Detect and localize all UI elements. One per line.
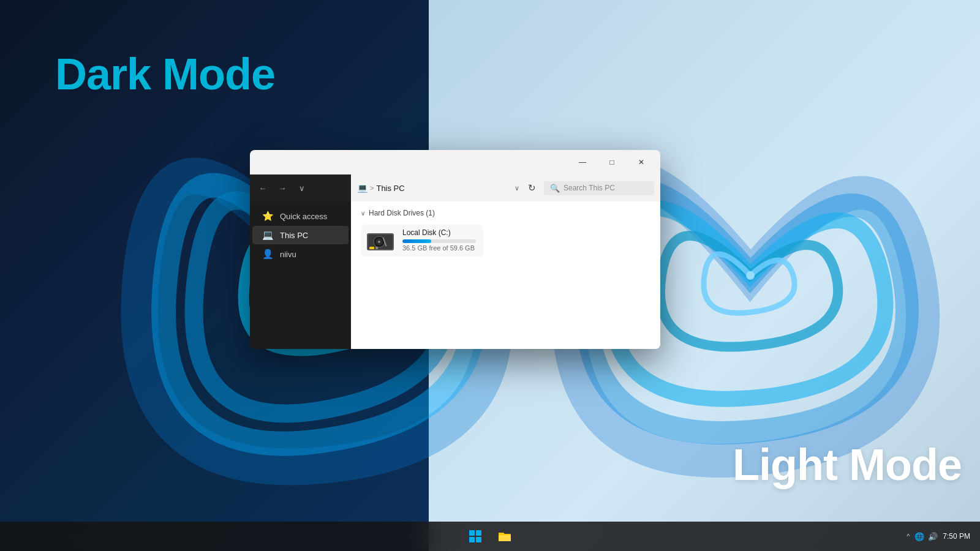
file-explorer-taskbar-button[interactable] xyxy=(491,523,518,550)
drive-icon xyxy=(366,228,395,253)
sidebar-item-this-pc[interactable]: 💻 This PC xyxy=(252,226,349,244)
dark-mode-label: Dark Mode xyxy=(55,49,275,99)
section-header: ∨ Hard Disk Drives (1) xyxy=(361,209,650,217)
dropdown-button[interactable]: ∨ xyxy=(293,179,311,197)
search-icon: 🔍 xyxy=(550,184,560,193)
file-explorer-window: — □ ✕ ← → ∨ 💻 > This PC ∨ ↻ 🔍 Search T xyxy=(250,150,660,349)
dropdown-arrow[interactable]: ∨ xyxy=(514,184,519,192)
taskbar-right: ^ 🌐 🔊 7:50 PM xyxy=(907,532,970,541)
back-button[interactable]: ← xyxy=(254,179,272,197)
windows-logo xyxy=(469,530,481,542)
nav-bar-right: 💻 > This PC ∨ ↻ 🔍 Search This PC xyxy=(351,174,660,201)
win-logo-sq-1 xyxy=(469,530,475,536)
taskbar-chevron[interactable]: ^ xyxy=(907,533,910,540)
win-logo-sq-4 xyxy=(476,537,481,542)
minimize-button[interactable]: — xyxy=(568,152,597,172)
maximize-button[interactable]: □ xyxy=(598,152,626,172)
title-bar: — □ ✕ xyxy=(250,150,660,174)
drive-info: Local Disk (C:) 36.5 GB free of 59.6 GB xyxy=(402,228,478,252)
taskbar-system-icons: 🌐 🔊 xyxy=(914,532,938,541)
nav-bar: ← → ∨ 💻 > This PC ∨ ↻ 🔍 Search This PC xyxy=(250,174,660,201)
sidebar-label-quick-access: Quick access xyxy=(280,212,327,221)
win-logo-sq-3 xyxy=(469,537,475,542)
sidebar-item-niivu[interactable]: 👤 niivu xyxy=(252,245,349,263)
start-button[interactable] xyxy=(462,523,489,550)
breadcrumb-location: This PC xyxy=(376,184,404,193)
svg-point-1 xyxy=(746,271,755,280)
drive-progress-fill xyxy=(402,239,431,243)
svg-rect-9 xyxy=(375,247,378,249)
network-icon[interactable]: 🌐 xyxy=(914,532,924,541)
svg-point-6 xyxy=(378,241,380,243)
search-placeholder-text: Search This PC xyxy=(564,184,615,192)
content-area: ⭐ Quick access 💻 This PC 👤 niivu ∨ Hard … xyxy=(250,201,660,349)
user-icon: 👤 xyxy=(262,249,274,260)
folder-taskbar-icon xyxy=(498,530,511,542)
close-button[interactable]: ✕ xyxy=(627,152,655,172)
drive-progress-bar xyxy=(402,239,476,243)
forward-button[interactable]: → xyxy=(273,179,292,197)
taskbar: ^ 🌐 🔊 7:50 PM xyxy=(0,522,980,551)
sidebar-label-this-pc: This PC xyxy=(280,231,308,240)
drive-name: Local Disk (C:) xyxy=(402,228,478,237)
refresh-button[interactable]: ↻ xyxy=(523,179,540,197)
section-chevron: ∨ xyxy=(361,210,365,217)
breadcrumb-separator: > xyxy=(370,184,374,192)
taskbar-time: 7:50 PM xyxy=(943,532,970,541)
computer-icon: 💻 xyxy=(262,230,274,241)
volume-icon[interactable]: 🔊 xyxy=(928,532,938,541)
search-box[interactable]: 🔍 Search This PC xyxy=(544,181,654,195)
taskbar-center xyxy=(462,523,518,550)
sidebar: ⭐ Quick access 💻 This PC 👤 niivu xyxy=(250,201,351,349)
drive-item-c[interactable]: Local Disk (C:) 36.5 GB free of 59.6 GB xyxy=(361,225,483,257)
svg-rect-8 xyxy=(369,247,374,249)
drive-space: 36.5 GB free of 59.6 GB xyxy=(402,244,478,252)
star-icon: ⭐ xyxy=(262,211,274,222)
light-mode-label: Light Mode xyxy=(733,440,962,490)
section-title: Hard Disk Drives (1) xyxy=(369,209,435,217)
breadcrumb-computer-icon: 💻 xyxy=(357,183,368,193)
main-panel: ∨ Hard Disk Drives (1) xyxy=(351,201,660,349)
window-controls: — □ ✕ xyxy=(568,152,655,172)
breadcrumb: 💻 > This PC xyxy=(357,183,405,193)
sidebar-item-quick-access[interactable]: ⭐ Quick access xyxy=(252,207,349,225)
sidebar-label-niivu: niivu xyxy=(280,250,296,259)
nav-bar-left: ← → ∨ xyxy=(250,174,351,201)
win-logo-sq-2 xyxy=(476,530,481,536)
